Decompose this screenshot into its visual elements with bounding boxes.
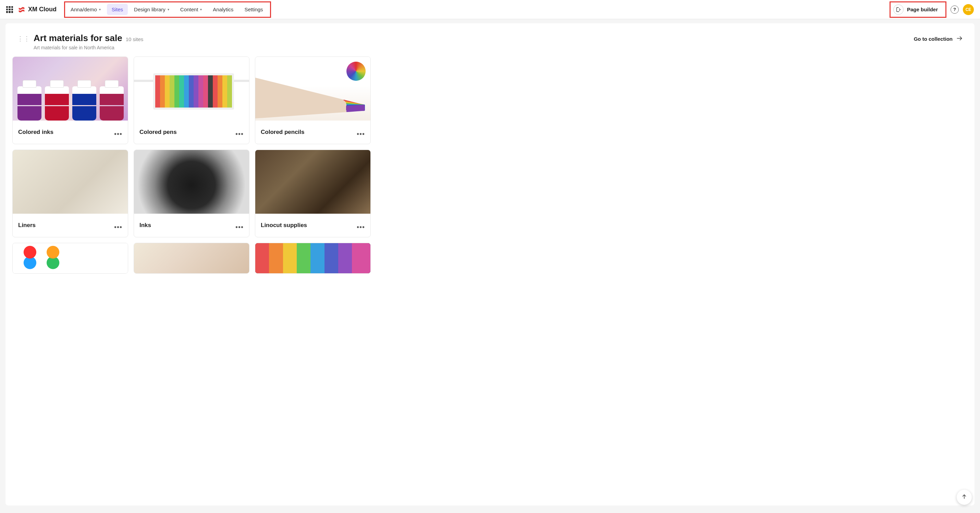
- card-thumbnail: [134, 243, 249, 273]
- topbar-right: Page builder ? CE: [889, 2, 974, 18]
- help-button[interactable]: ?: [951, 5, 959, 14]
- goto-collection-label: Go to collection: [914, 36, 953, 42]
- chevron-down-icon: ▾: [99, 8, 101, 11]
- page-builder-icon: [893, 5, 904, 15]
- drag-handle-icon[interactable]: ⋮⋮: [17, 35, 30, 43]
- site-card[interactable]: Liners •••: [12, 150, 128, 237]
- card-menu-button[interactable]: •••: [235, 129, 243, 136]
- site-card[interactable]: [134, 243, 250, 274]
- collection-title: Art materials for sale: [33, 33, 123, 43]
- nav-label: Analytics: [213, 6, 233, 12]
- nav-label: Settings: [244, 6, 263, 12]
- page-builder-button[interactable]: Page builder: [891, 2, 943, 17]
- product-logo[interactable]: XM Cloud: [18, 6, 57, 13]
- arrow-right-icon: [956, 35, 963, 43]
- site-card[interactable]: Colored pens •••: [134, 57, 250, 144]
- help-icon: ?: [953, 7, 956, 12]
- topbar-left: XM Cloud Anna/demo ▾ Sites Design librar…: [6, 2, 271, 18]
- card-thumbnail: [134, 57, 249, 121]
- nav-label: Design library: [134, 6, 165, 12]
- nav-item-design-library[interactable]: Design library ▾: [129, 4, 174, 15]
- site-card[interactable]: Colored inks •••: [12, 57, 128, 144]
- goto-collection-link[interactable]: Go to collection: [914, 35, 963, 43]
- collection-subtitle: Art materials for sale in North America: [33, 45, 914, 50]
- chevron-down-icon: ▾: [200, 8, 202, 11]
- site-cards-grid: Colored inks ••• Colored pens •••: [12, 57, 968, 274]
- project-selector[interactable]: Anna/demo ▾: [66, 4, 105, 15]
- card-title: Colored pencils: [261, 129, 305, 136]
- card-title: Colored pens: [140, 129, 177, 136]
- avatar[interactable]: CE: [963, 4, 974, 15]
- nav-item-settings[interactable]: Settings: [240, 4, 267, 15]
- site-card[interactable]: [12, 243, 128, 274]
- site-card[interactable]: Colored pencils •••: [255, 57, 371, 144]
- topbar: XM Cloud Anna/demo ▾ Sites Design librar…: [0, 0, 980, 19]
- app-launcher-icon[interactable]: [6, 6, 13, 13]
- project-selector-label: Anna/demo: [71, 6, 97, 12]
- page-container: ⋮⋮ Art materials for sale 10 sites Art m…: [5, 23, 975, 505]
- card-title: Liners: [18, 222, 36, 229]
- logo-mark-icon: [18, 6, 25, 13]
- card-thumbnail: [13, 57, 128, 121]
- nav-item-content[interactable]: Content ▾: [175, 4, 207, 15]
- card-menu-button[interactable]: •••: [235, 222, 243, 229]
- card-menu-button[interactable]: •••: [114, 222, 123, 229]
- collection-count: 10 sites: [126, 36, 143, 42]
- page-header: ⋮⋮ Art materials for sale 10 sites Art m…: [12, 30, 968, 57]
- chevron-down-icon: ▾: [167, 8, 169, 11]
- card-thumbnail: [13, 150, 128, 214]
- site-card[interactable]: [255, 243, 371, 274]
- arrow-up-icon: [961, 494, 967, 501]
- card-title: Colored inks: [18, 129, 54, 136]
- page-header-text: Art materials for sale 10 sites Art mate…: [33, 33, 914, 50]
- site-card[interactable]: Linocut supplies •••: [255, 150, 371, 237]
- card-title: Linocut supplies: [261, 222, 307, 229]
- card-thumbnail: [255, 150, 371, 214]
- scroll-to-top-button[interactable]: [957, 490, 972, 505]
- card-thumbnail: [255, 243, 371, 273]
- site-card[interactable]: Inks •••: [134, 150, 250, 237]
- product-name: XM Cloud: [28, 6, 57, 13]
- page-builder-highlight-annotation: Page builder: [889, 2, 947, 18]
- card-thumbnail: [255, 57, 371, 121]
- card-thumbnail: [134, 150, 249, 214]
- page-builder-label: Page builder: [907, 6, 938, 12]
- nav-item-sites[interactable]: Sites: [107, 4, 128, 15]
- card-menu-button[interactable]: •••: [357, 129, 365, 136]
- card-menu-button[interactable]: •••: [114, 129, 123, 136]
- card-title: Inks: [140, 222, 151, 229]
- nav-label: Content: [180, 6, 199, 12]
- card-menu-button[interactable]: •••: [357, 222, 365, 229]
- nav-item-analytics[interactable]: Analytics: [208, 4, 238, 15]
- nav-highlight-annotation: Anna/demo ▾ Sites Design library ▾ Conte…: [64, 2, 271, 18]
- nav-label: Sites: [112, 6, 123, 12]
- avatar-initials: CE: [966, 7, 971, 12]
- card-thumbnail: [13, 243, 128, 273]
